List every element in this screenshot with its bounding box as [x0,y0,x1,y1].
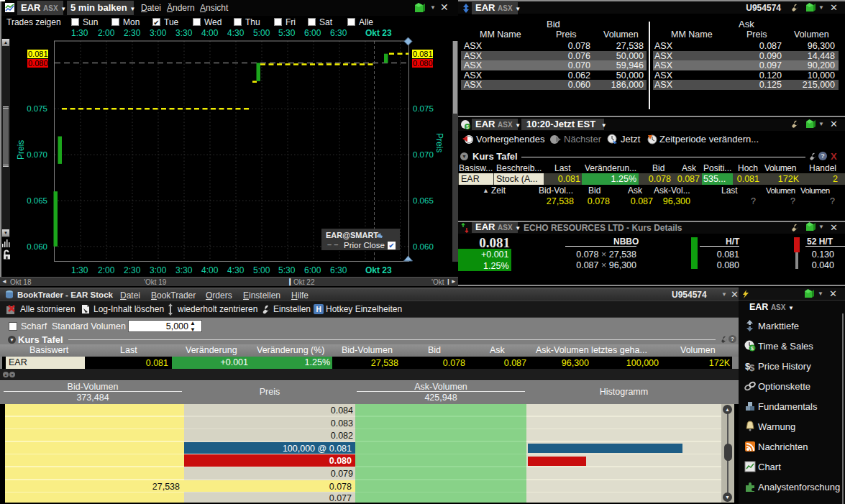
svg-text:$: $ [751,345,754,352]
svg-text:H: H [316,306,321,313]
svg-text:$: $ [466,124,469,129]
svg-text:$: $ [749,362,755,372]
